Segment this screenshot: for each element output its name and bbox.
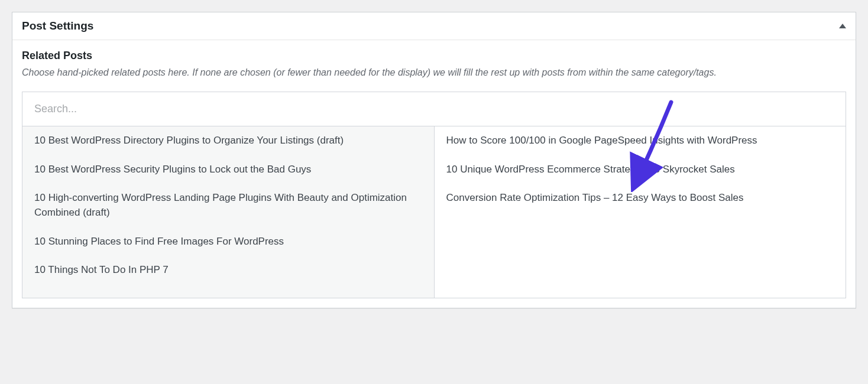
list-item[interactable]: Conversion Rate Optimization Tips – 12 E… [435,184,846,213]
list-item[interactable]: 10 Best WordPress Directory Plugins to O… [22,126,434,155]
list-item[interactable]: 10 High-converting WordPress Landing Pag… [22,184,434,227]
list-item[interactable]: 10 Best WordPress Security Plugins to Lo… [22,155,434,184]
section-description: Choose hand-picked related posts here. I… [22,66,846,80]
selected-posts-list[interactable]: How to Score 100/100 in Google PageSpeed… [435,126,846,298]
available-posts-list[interactable]: 10 Best WordPress Directory Plugins to O… [22,126,435,298]
collapse-toggle-icon[interactable] [839,24,846,28]
list-item[interactable]: 10 Things Not To Do In PHP 7 [22,256,434,285]
post-settings-metabox: Post Settings Related Posts Choose hand-… [12,12,856,308]
metabox-header[interactable]: Post Settings [12,12,856,40]
section-title: Related Posts [22,50,846,62]
search-row [22,92,846,126]
list-item[interactable]: 10 Unique WordPress Ecommerce Strategies… [435,155,846,184]
metabox-body: Related Posts Choose hand-picked related… [12,40,856,308]
search-input[interactable] [22,92,846,126]
list-item[interactable]: How to Score 100/100 in Google PageSpeed… [435,126,846,155]
metabox-title: Post Settings [22,19,93,32]
related-posts-box: 10 Best WordPress Directory Plugins to O… [22,92,846,298]
list-item[interactable]: 10 Stunning Places to Find Free Images F… [22,227,434,256]
columns: 10 Best WordPress Directory Plugins to O… [22,126,846,298]
